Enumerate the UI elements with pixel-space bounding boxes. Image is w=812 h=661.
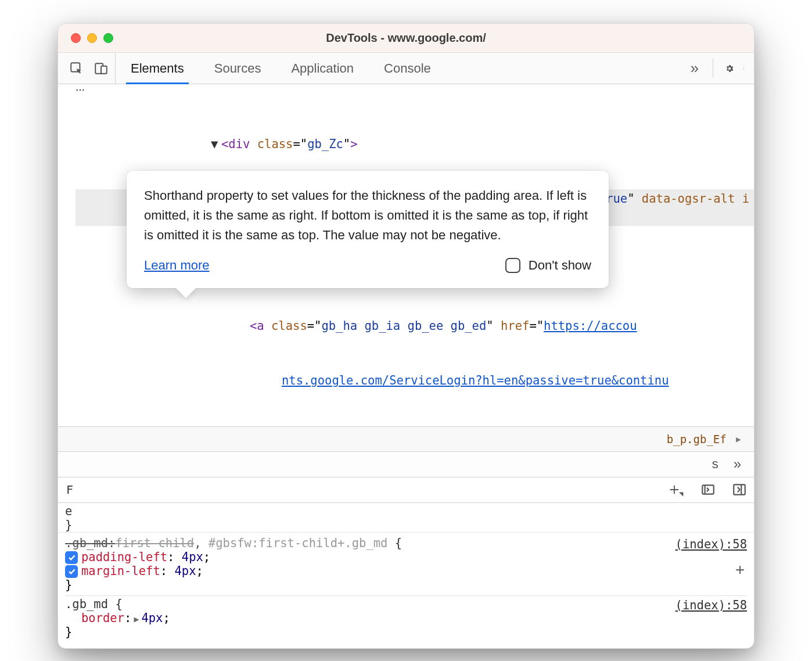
dom-breadcrumb[interactable]: b_p.gb_Ef ▸ [58, 426, 754, 452]
sidebar-tab-partial[interactable]: s [709, 457, 722, 472]
tab-console[interactable]: Console [369, 53, 446, 84]
css-property-tooltip: Shorthand property to set values for the… [127, 171, 609, 288]
declaration-toggle-checkbox[interactable] [65, 551, 78, 564]
gear-icon[interactable] [721, 60, 738, 77]
rule-source-link[interactable]: (index):58 [676, 537, 747, 551]
css-rule[interactable]: (index):58 .gb_md:first-child, #gbsfw:fi… [65, 535, 747, 595]
dont-show-checkbox[interactable] [505, 258, 520, 273]
zoom-window-button[interactable] [103, 33, 113, 43]
device-toolbar-icon[interactable] [93, 60, 109, 77]
breadcrumb-scroll-right-icon[interactable]: ▸ [727, 432, 750, 446]
tooltip-body: Shorthand property to set values for the… [144, 186, 591, 245]
toggle-computed-panel-icon[interactable] [731, 481, 748, 498]
dom-node[interactable]: ▼<div class="gb_Zc"> [76, 135, 754, 154]
insert-rule-button[interactable]: + [735, 561, 745, 578]
css-selector[interactable]: .gb_md:first-child, #gbsfw:first-child+.… [65, 536, 747, 550]
rule-close-brace: } [65, 578, 747, 592]
css-declaration[interactable]: margin-left: 4px; [65, 564, 747, 578]
dom-node[interactable]: <a class="gb_ha gb_ia gb_ee gb_ed" href=… [76, 317, 754, 336]
kebab-menu-icon[interactable] [738, 60, 754, 77]
styles-toolbar: F [58, 477, 754, 503]
obscured-text: } [65, 518, 747, 532]
rule-source-link[interactable]: (index):58 [676, 598, 747, 612]
tab-application[interactable]: Application [276, 53, 369, 84]
css-selector[interactable]: .gb_md { [65, 597, 747, 611]
tabs-overflow-button[interactable]: » [685, 59, 705, 77]
panel-tabs: Elements Sources Application Console [116, 53, 446, 84]
css-declaration[interactable]: border:▶4px; [65, 611, 747, 625]
dom-row-actions-icon[interactable]: ⋯ [76, 84, 754, 95]
format-icon[interactable] [699, 481, 717, 498]
window-title: DevTools - www.google.com/ [58, 31, 754, 45]
declaration-toggle-checkbox[interactable] [65, 565, 78, 578]
tab-sources[interactable]: Sources [199, 53, 276, 84]
dom-node-continued[interactable]: nts.google.com/ServiceLogin?hl=en&passiv… [76, 371, 754, 390]
close-window-button[interactable] [71, 33, 81, 43]
svg-point-5 [743, 69, 744, 69]
styles-sidebar-tabs: s » [58, 452, 754, 477]
css-rule[interactable]: (index):58 .gb_md { border:▶4px; } [65, 595, 747, 642]
svg-rect-2 [101, 66, 107, 73]
titlebar: DevTools - www.google.com/ [58, 24, 754, 53]
new-style-rule-button[interactable] [668, 481, 685, 498]
css-declaration[interactable]: padding-left: 4px; [65, 550, 747, 564]
minimize-window-button[interactable] [87, 33, 97, 43]
sidebar-tabs-overflow-icon[interactable]: » [725, 456, 749, 472]
rule-close-brace: } [65, 625, 747, 639]
svg-point-4 [743, 68, 744, 69]
learn-more-link[interactable]: Learn more [144, 256, 210, 275]
main-toolbar: Elements Sources Application Console » [58, 53, 754, 84]
tab-elements[interactable]: Elements [116, 53, 199, 84]
shorthand-expand-icon[interactable]: ▶ [131, 614, 141, 624]
dont-show-label: Don't show [529, 256, 591, 275]
obscured-text: e [65, 504, 747, 518]
inspect-element-icon[interactable] [69, 60, 85, 77]
devtools-window: DevTools - www.google.com/ Elements Sour… [58, 23, 754, 649]
filter-input-partial[interactable]: F [66, 483, 73, 497]
breadcrumb-fragment[interactable]: b_p.gb_Ef [667, 433, 727, 446]
window-controls [58, 33, 113, 43]
svg-point-3 [743, 67, 744, 68]
styles-panel: (index):58 .gb_md:first-child, #gbsfw:fi… [58, 533, 754, 648]
